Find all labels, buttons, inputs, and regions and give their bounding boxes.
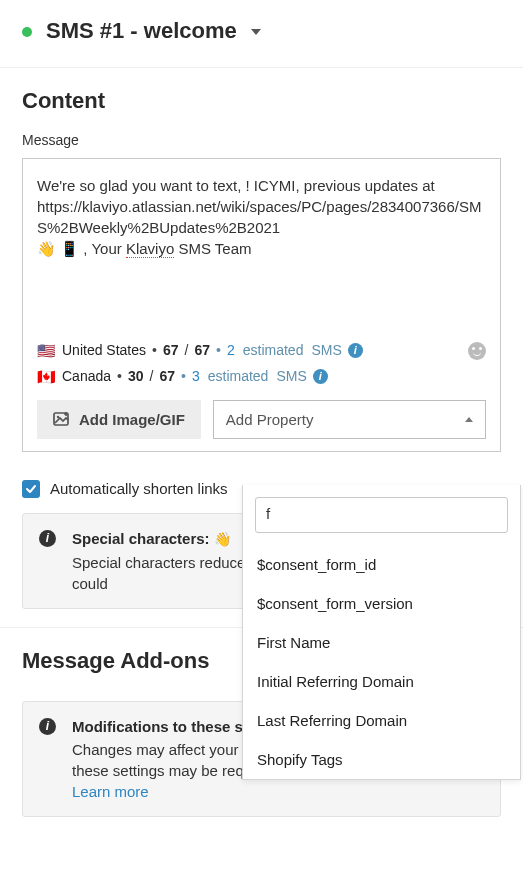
add-image-label: Add Image/GIF [79, 411, 185, 428]
section-title-content: Content [22, 86, 501, 117]
msg-text-spellcheck: Klaviyo [126, 240, 174, 258]
dropdown-item[interactable]: $consent_form_id [243, 545, 520, 584]
count-limit-ca: 67 [159, 367, 175, 387]
flag-ca-icon: 🇨🇦 [37, 369, 56, 384]
message-editor[interactable]: We're so glad you want to text, ! ICYMI,… [22, 158, 501, 452]
country-ca: Canada [62, 367, 111, 387]
message-actions: Add Image/GIF Add Property [37, 400, 486, 439]
svg-point-1 [57, 416, 59, 418]
flow-header: SMS #1 - welcome [0, 0, 523, 68]
dropdown-search-input[interactable] [266, 505, 497, 522]
add-property-label: Add Property [226, 409, 314, 430]
phone-emoji: 📱 [60, 240, 79, 257]
emoji-picker-icon[interactable] [468, 342, 486, 360]
note-title: Special characters: [72, 530, 214, 547]
count-slash: / [150, 367, 154, 387]
character-counts: 🇺🇸 United States • 67 / 67 • 2 estimated… [37, 341, 486, 386]
count-used-us: 67 [163, 341, 179, 361]
sep-dot: • [181, 367, 186, 387]
dropdown-item[interactable]: Initial Referring Domain [243, 662, 520, 701]
est-unit-ca: SMS [274, 367, 306, 387]
country-us: United States [62, 341, 146, 361]
info-icon: i [39, 718, 56, 735]
flow-title[interactable]: SMS #1 - welcome [46, 16, 261, 47]
learn-more-link[interactable]: Learn more [72, 783, 149, 800]
count-row-us: 🇺🇸 United States • 67 / 67 • 2 estimated… [37, 341, 486, 361]
wave-emoji: 👋 [214, 531, 231, 547]
add-property-select[interactable]: Add Property [213, 400, 486, 439]
dropdown-item[interactable]: $consent_form_version [243, 584, 520, 623]
sep-dot: • [216, 341, 221, 361]
info-icon[interactable]: i [313, 369, 328, 384]
count-slash: / [185, 341, 189, 361]
dropdown-search-wrap[interactable] [255, 497, 508, 533]
info-icon: i [39, 530, 56, 547]
dropdown-item[interactable]: Shopify Tags [243, 740, 520, 779]
sep-dot: • [152, 341, 157, 361]
dropdown-item[interactable]: First Name [243, 623, 520, 662]
status-dot-active [22, 27, 32, 37]
est-unit-us: SMS [309, 341, 341, 361]
msg-text-mid: , Your [83, 240, 126, 257]
add-property-dropdown: $consent_form_id $consent_form_version F… [242, 485, 521, 780]
est-label-ca: estimated [206, 367, 269, 387]
shorten-links-label: Automatically shorten links [50, 478, 228, 499]
checkbox-checked-icon[interactable] [22, 480, 40, 498]
info-icon[interactable]: i [348, 343, 363, 358]
message-field-label: Message [22, 131, 501, 151]
dropdown-item[interactable]: Last Referring Domain [243, 701, 520, 740]
sep-dot: • [117, 367, 122, 387]
count-row-ca: 🇨🇦 Canada • 30 / 67 • 3 estimated SMS i [37, 367, 486, 387]
content-section: Content Message We're so glad you want t… [0, 68, 523, 463]
image-icon [53, 410, 71, 429]
flow-title-text: SMS #1 - welcome [46, 18, 237, 43]
msg-text-prefix: We're so glad you want to text, ! ICYMI,… [37, 177, 481, 236]
msg-text-suffix: SMS Team [174, 240, 251, 257]
wave-emoji: 👋 [37, 240, 56, 257]
add-image-button[interactable]: Add Image/GIF [37, 400, 201, 439]
est-count-ca: 3 [192, 367, 200, 387]
flag-us-icon: 🇺🇸 [37, 343, 56, 358]
est-count-us: 2 [227, 341, 235, 361]
message-text[interactable]: We're so glad you want to text, ! ICYMI,… [37, 171, 486, 321]
chevron-up-icon [465, 417, 473, 422]
count-used-ca: 30 [128, 367, 144, 387]
count-limit-us: 67 [194, 341, 210, 361]
est-label-us: estimated [241, 341, 304, 361]
chevron-down-icon[interactable] [251, 29, 261, 35]
